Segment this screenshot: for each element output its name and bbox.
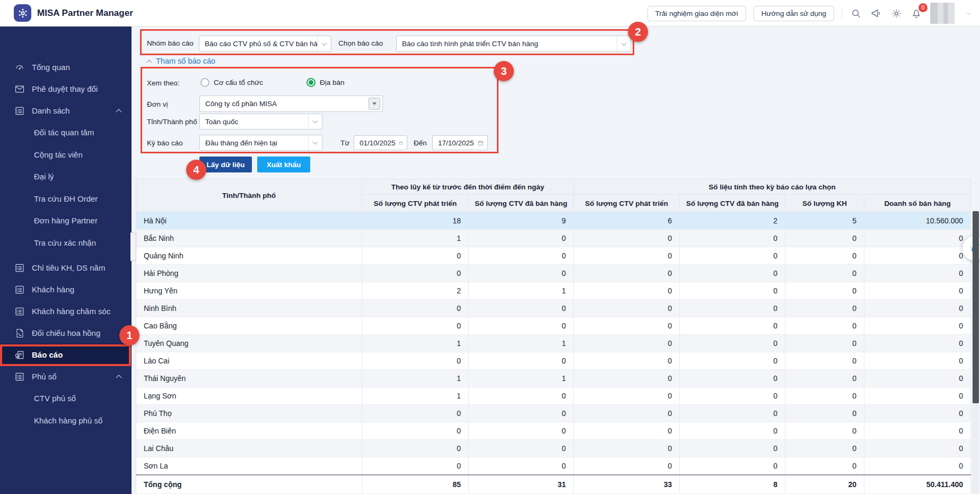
table-total-row: Tổng cộng85313382050.411.400 [136, 475, 971, 494]
report-select-value: Báo cáo tình hình phát triển CTV bán hàn… [397, 40, 617, 48]
period-select[interactable]: Đầu tháng đến hiện tại [199, 135, 322, 151]
gear-icon[interactable] [890, 7, 903, 20]
chevron-down-icon[interactable] [962, 7, 975, 20]
sidebar-item-label: Danh sách [32, 106, 70, 115]
table-row-1[interactable]: Bắc Ninh100000 [136, 230, 971, 247]
table-row-2[interactable]: Quảng Ninh000000 [136, 247, 971, 265]
table-row-6[interactable]: Cao Bằng000000 [136, 317, 971, 335]
table-row-3[interactable]: Hải Phòng000000 [136, 265, 971, 282]
table-row-11[interactable]: Phú Thọ000000 [136, 405, 971, 422]
sidebar-collapse-handle[interactable] [130, 232, 136, 261]
table-row-5[interactable]: Ninh Bình000000 [136, 300, 971, 317]
sidebar-item-6[interactable]: Tra cứu ĐH Order [0, 188, 132, 210]
search-icon[interactable] [850, 7, 862, 20]
table-row-13[interactable]: Lai Châu000000 [136, 440, 971, 457]
report-table-wrap: Tỉnh/Thành phốTheo lũy kế từ trước đến t… [136, 179, 971, 494]
value-cell: 1 [362, 335, 469, 352]
value-cell: 0 [864, 422, 971, 440]
period-value: Đầu tháng đến hiện tại [200, 139, 308, 147]
list-icon [14, 284, 25, 295]
value-cell: 0 [574, 230, 680, 247]
table-row-9[interactable]: Thái Nguyên110000 [136, 370, 971, 387]
megaphone-icon[interactable] [870, 7, 882, 20]
sidebar-item-10[interactable]: Khách hàng [0, 279, 132, 300]
sidebar-item-4[interactable]: Cộng tác viên [0, 144, 132, 166]
table-row-7[interactable]: Tuyên Quang110000 [136, 335, 971, 352]
value-cell: 0 [574, 247, 680, 265]
value-cell: 0 [362, 247, 469, 265]
sidebar-item-7[interactable]: Đơn hàng Partner [0, 210, 132, 232]
combo-dropdown-button[interactable] [369, 98, 380, 110]
sidebar-item-8[interactable]: Tra cứu xác nhận [0, 232, 132, 254]
value-cell: 0 [864, 370, 971, 387]
value-cell: 0 [469, 387, 574, 405]
sidebar-item-label: Đại lý [34, 172, 54, 181]
province-cell: Thái Nguyên [136, 370, 362, 387]
sidebar-item-16[interactable]: Khách hàng phủ số [0, 410, 132, 432]
sidebar-item-12[interactable]: Đối chiếu hoa hồng [0, 322, 132, 344]
report-select[interactable]: Báo cáo tình hình phát triển CTV bán hàn… [396, 36, 631, 52]
header-actions: Trải nghiệm giao diện mới Hướng dẫn sử d… [648, 0, 975, 27]
value-cell: 0 [469, 457, 574, 475]
value-cell: 0 [574, 352, 680, 370]
value-cell: 0 [469, 405, 574, 422]
sidebar-item-9[interactable]: Chỉ tiêu KH, DS năm [0, 257, 132, 279]
params-section-title: Tham số báo cáo [156, 57, 215, 65]
sidebar-item-14[interactable]: Phủ số [0, 366, 132, 387]
total-value-cell: 8 [680, 475, 785, 494]
doc-icon [14, 327, 25, 339]
table-row-10[interactable]: Lạng Sơn100000 [136, 387, 971, 405]
sidebar-item-label: Tra cứu xác nhận [34, 238, 96, 247]
radio-org-label: Cơ cấu tổ chức [214, 79, 263, 86]
sidebar-item-5[interactable]: Đại lý [0, 166, 132, 188]
value-cell: 0 [785, 282, 864, 300]
avatar[interactable] [930, 3, 955, 24]
value-cell: 1 [362, 387, 469, 405]
sidebar-item-15[interactable]: CTV phủ số [0, 387, 132, 410]
table-row-14[interactable]: Sơn La000000 [136, 457, 971, 475]
get-data-button[interactable]: Lấy dữ liệu [199, 157, 252, 172]
value-cell: 0 [362, 352, 469, 370]
province-cell: Quảng Ninh [136, 247, 362, 265]
table-row-8[interactable]: Lào Cai000000 [136, 352, 971, 370]
value-cell: 0 [574, 317, 680, 335]
sidebar-item-label: Đối chiếu hoa hồng [32, 328, 100, 337]
sidebar-item-3[interactable]: Đối tác quan tâm [0, 122, 132, 144]
province-cell: Tuyên Quang [136, 335, 362, 352]
value-cell: 0 [785, 370, 864, 387]
to-date-input[interactable]: 17/10/2025 [432, 135, 488, 150]
sidebar-item-0[interactable]: Tổng quan [0, 56, 132, 78]
sidebar-item-11[interactable]: Khách hàng chăm sóc [0, 300, 132, 322]
unit-combo[interactable]: Công ty cổ phần MISA [199, 96, 383, 112]
value-cell: 0 [680, 387, 785, 405]
sidebar-item-13[interactable]: Báo cáo [0, 344, 132, 366]
radio-selected-icon [307, 78, 316, 87]
sidebar-item-2[interactable]: Danh sách [0, 100, 132, 122]
value-cell: 0 [574, 265, 680, 282]
sidebar: Tổng quanPhê duyệt thay đổiDanh sáchĐối … [0, 27, 132, 494]
table-row-4[interactable]: Hưng Yên210000 [136, 282, 971, 300]
province-cell: Cao Bằng [136, 317, 362, 335]
sidebar-item-1[interactable]: Phê duyệt thay đổi [0, 78, 132, 100]
value-cell: 9 [469, 212, 574, 230]
table-row-12[interactable]: Điện Biên000000 [136, 422, 971, 440]
notifications-button[interactable]: 0 [910, 7, 923, 20]
radio-org-structure[interactable]: Cơ cấu tổ chức [200, 78, 263, 87]
export-button[interactable]: Xuất khẩu [257, 157, 310, 172]
col-group-cumulative: Theo lũy kế từ trước đến thời điểm đến n… [362, 179, 574, 195]
province-select[interactable]: Toàn quốc [199, 114, 322, 129]
main-content: Nhóm báo cáo Báo cáo CTV phủ số & CTV bá… [132, 27, 980, 494]
try-new-ui-button[interactable]: Trải nghiệm giao diện mới [648, 6, 746, 21]
params-section-toggle[interactable]: Tham số báo cáo [147, 57, 215, 65]
table-row-0[interactable]: Hà Nội18962510.560.000 [136, 212, 971, 230]
user-guide-button[interactable]: Hướng dẫn sử dụng [754, 6, 834, 21]
sidebar-item-label: Báo cáo [32, 350, 63, 359]
value-cell: 0 [680, 230, 785, 247]
from-date-input[interactable]: 01/10/2025 [354, 135, 407, 150]
report-group-select[interactable]: Báo cáo CTV phủ số & CTV bán hàng [199, 36, 331, 52]
value-cell: 0 [864, 387, 971, 405]
value-cell: 0 [362, 440, 469, 457]
sidebar-item-label: Khách hàng phủ số [34, 416, 102, 425]
vertical-scrollbar-thumb[interactable] [973, 211, 979, 403]
radio-area[interactable]: Địa bàn [307, 78, 345, 87]
